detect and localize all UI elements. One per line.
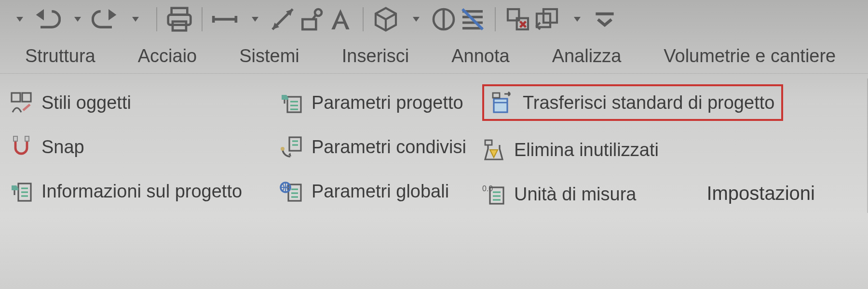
transfer-project-standards-icon xyxy=(491,91,514,114)
tab-acciaio[interactable]: Acciaio xyxy=(138,39,197,73)
switch-windows-dropdown[interactable] xyxy=(562,6,589,33)
close-inactive-button[interactable] xyxy=(504,6,531,33)
switch-windows-button[interactable] xyxy=(533,6,560,33)
undo-dropdown[interactable] xyxy=(63,6,90,33)
svg-rect-10 xyxy=(12,93,20,102)
3d-view-dropdown[interactable] xyxy=(401,6,428,33)
project-information-button[interactable]: Informazioni sul progetto xyxy=(10,176,270,207)
svg-rect-11 xyxy=(22,93,31,102)
svg-rect-22 xyxy=(485,140,492,145)
text-button[interactable] xyxy=(327,6,354,33)
project-parameters-button[interactable]: Parametri progetto xyxy=(280,87,473,118)
tab-sistemi[interactable]: Sistemi xyxy=(239,39,299,73)
purge-unused-icon xyxy=(482,138,505,161)
svg-rect-13 xyxy=(25,136,29,141)
close-inactive-icon xyxy=(504,6,531,33)
svg-point-17 xyxy=(281,147,285,151)
project-information-icon xyxy=(10,180,33,203)
command-label: Parametri progetto xyxy=(312,92,463,113)
command-label: Elimina inutilizzati xyxy=(514,140,659,160)
measure-icon xyxy=(211,6,238,33)
command-label: Unità di misura xyxy=(514,184,636,205)
object-styles-button[interactable]: Stili oggetti xyxy=(10,87,270,118)
qat-customize-dropdown[interactable] xyxy=(5,6,32,33)
snaps-button[interactable]: Snap xyxy=(10,131,270,162)
qat-overflow-dropdown[interactable] xyxy=(591,6,618,33)
tab-annota[interactable]: Annota xyxy=(451,39,509,73)
object-styles-icon xyxy=(10,91,33,114)
shared-parameters-icon xyxy=(280,135,303,158)
svg-text:0.0: 0.0 xyxy=(482,184,493,193)
aligned-dimension-button[interactable] xyxy=(269,6,296,33)
ribbon-panel-impostazioni: Stili oggetti Snap Informazioni sul prog… xyxy=(0,73,868,218)
command-label: Parametri condivisi xyxy=(312,137,466,158)
tag-icon xyxy=(298,6,325,33)
undo-button[interactable] xyxy=(34,6,61,33)
aligned-dimension-icon xyxy=(269,6,296,33)
undo-icon xyxy=(34,6,61,33)
command-label: Trasferisci standard di progetto xyxy=(523,92,774,113)
tab-inserisci[interactable]: Inserisci xyxy=(342,39,409,73)
project-parameters-icon xyxy=(280,91,303,114)
svg-rect-12 xyxy=(14,136,17,141)
qat-separator-3 xyxy=(363,7,364,31)
qat-separator-2 xyxy=(202,7,203,31)
qat-separator xyxy=(156,7,157,31)
snap-icon xyxy=(10,135,33,158)
print-icon xyxy=(166,6,193,33)
quick-access-toolbar xyxy=(0,0,868,39)
tag-button[interactable] xyxy=(298,6,325,33)
3d-view-icon xyxy=(372,6,399,33)
global-parameters-button[interactable]: Parametri globali xyxy=(280,176,473,207)
svg-rect-3 xyxy=(302,19,316,29)
section-button[interactable] xyxy=(430,6,457,33)
qat-separator-4 xyxy=(495,7,496,31)
transfer-project-standards-button[interactable]: Trasferisci standard di progetto xyxy=(482,84,783,121)
measure-dropdown[interactable] xyxy=(240,6,267,33)
redo-icon xyxy=(92,6,119,33)
purge-unused-button[interactable]: Elimina inutilizzati xyxy=(482,134,783,165)
tab-volumetrie[interactable]: Volumetrie e cantiere xyxy=(664,39,836,73)
thin-lines-icon xyxy=(459,6,486,33)
ribbon-tabs: Struttura Acciaio Sistemi Inserisci Anno… xyxy=(0,39,868,73)
redo-dropdown[interactable] xyxy=(121,6,148,33)
text-icon xyxy=(327,6,354,33)
project-units-icon: 0.0 xyxy=(482,183,505,206)
shared-parameters-button[interactable]: Parametri condivisi xyxy=(280,131,473,162)
panel-title: Impostazioni xyxy=(706,183,815,204)
tab-analizza[interactable]: Analizza xyxy=(552,39,622,73)
print-button[interactable] xyxy=(166,6,193,33)
measure-button[interactable] xyxy=(211,6,238,33)
thin-lines-button[interactable] xyxy=(459,6,486,33)
svg-rect-21 xyxy=(493,93,500,98)
redo-button[interactable] xyxy=(92,6,119,33)
command-label: Snap xyxy=(41,137,84,158)
svg-rect-1 xyxy=(168,15,191,25)
svg-rect-16 xyxy=(289,137,301,151)
global-parameters-icon xyxy=(280,180,303,203)
svg-rect-20 xyxy=(494,99,507,112)
command-label: Stili oggetti xyxy=(41,92,131,113)
section-icon xyxy=(430,6,457,33)
tab-struttura[interactable]: Struttura xyxy=(25,39,95,73)
command-label: Parametri globali xyxy=(312,181,449,202)
command-label: Informazioni sul progetto xyxy=(41,181,242,202)
switch-windows-icon xyxy=(533,6,560,33)
3d-view-button[interactable] xyxy=(372,6,399,33)
overflow-icon xyxy=(591,12,618,27)
